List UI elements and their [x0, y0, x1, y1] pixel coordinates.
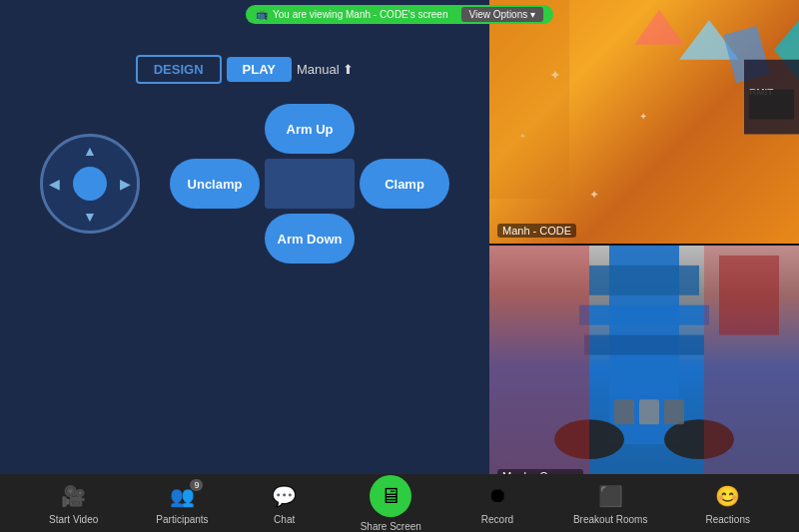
svg-marker-2 [634, 10, 684, 45]
record-icon: ⏺ [479, 482, 515, 510]
start-video-item[interactable]: 🎥 Start Video [49, 482, 98, 525]
arrow-left-icon: ◀ [49, 176, 60, 192]
arm-up-button[interactable]: Arm Up [265, 104, 355, 154]
robot-panel: DESIGN PLAY Manual ⬆ ▲ ▼ ◀ ▶ Arm Up Uncl… [0, 0, 489, 489]
control-layout: ▲ ▼ ◀ ▶ Arm Up Unclamp Clamp Arm Down [40, 104, 449, 264]
cam-top-decorations: RMIT ✦ ✦ ✦ ✦ [489, 0, 799, 244]
svg-rect-18 [614, 399, 634, 424]
svg-text:✦: ✦ [639, 111, 647, 122]
participants-badge: 9 [190, 479, 203, 491]
chat-icon: 💬 [267, 482, 303, 510]
record-label: Record [481, 514, 513, 525]
joystick-dot [73, 167, 107, 201]
reactions-icon: 😊 [710, 482, 746, 510]
banner-text: You are viewing Manh - CODE's screen [273, 9, 448, 20]
bottom-camera-view: Manh - Camera [489, 246, 799, 489]
start-video-label: Start Video [49, 514, 98, 525]
cam-bottom-decorations [489, 246, 799, 489]
svg-rect-13 [589, 266, 699, 295]
svg-rect-21 [489, 246, 589, 489]
toolbar: 🎥 Start Video 👥 9 Participants 💬 Chat 🖥 … [0, 474, 799, 532]
share-screen-item[interactable]: 🖥 Share Screen [361, 475, 421, 532]
participants-icon: 👥 9 [164, 482, 200, 510]
chat-label: Chat [274, 514, 295, 525]
clamp-button[interactable]: Clamp [360, 159, 449, 209]
svg-rect-19 [639, 399, 659, 424]
breakout-icon: ⬛ [592, 482, 628, 510]
right-camera-panel: RMIT ✦ ✦ ✦ ✦ Manh - CODE [489, 0, 799, 489]
view-options-button[interactable]: View Options ▾ [461, 7, 544, 22]
svg-rect-20 [664, 399, 684, 424]
participants-label: Participants [156, 514, 208, 525]
top-camera-view: RMIT ✦ ✦ ✦ ✦ Manh - CODE [489, 0, 799, 244]
screen-share-banner: 📺 You are viewing Manh - CODE's screen V… [246, 5, 553, 24]
unclamp-button[interactable]: Unclamp [170, 159, 260, 209]
arm-down-button[interactable]: Arm Down [265, 214, 355, 264]
chat-item[interactable]: 💬 Chat [267, 482, 303, 525]
breakout-label: Breakout Rooms [573, 514, 647, 525]
svg-rect-23 [719, 256, 779, 335]
svg-rect-6 [749, 90, 794, 120]
reactions-label: Reactions [705, 514, 749, 525]
share-screen-icon: 🖥 [370, 475, 411, 517]
svg-text:✦: ✦ [589, 188, 599, 202]
svg-rect-14 [579, 305, 709, 325]
play-tab[interactable]: PLAY [227, 57, 292, 82]
reactions-item[interactable]: 😊 Reactions [705, 482, 749, 525]
bottom-camera-svg [489, 246, 799, 489]
arrow-down-icon: ▼ [83, 209, 97, 225]
record-item[interactable]: ⏺ Record [479, 482, 515, 525]
manual-tab[interactable]: Manual ⬆ [297, 62, 354, 77]
svg-rect-11 [489, 0, 569, 199]
participants-item[interactable]: 👥 9 Participants [156, 482, 208, 525]
panel-tabs: DESIGN PLAY Manual ⬆ [136, 55, 355, 84]
breakout-rooms-item[interactable]: ⬛ Breakout Rooms [573, 482, 647, 525]
screen-share-area: ● ■ ○ ▣ DESIGN PLAY Manual ⬆ ▲ ▼ ◀ ▶ [0, 0, 489, 489]
svg-rect-15 [584, 335, 704, 355]
joystick[interactable]: ▲ ▼ ◀ ▶ [40, 134, 140, 234]
dpad: Arm Up Unclamp Clamp Arm Down [170, 104, 449, 264]
design-tab[interactable]: DESIGN [136, 55, 222, 84]
arrow-up-icon: ▲ [83, 143, 97, 159]
dpad-center [265, 159, 355, 209]
main-area: Recording 📺 You are viewing Manh - CODE'… [0, 0, 799, 489]
arrow-right-icon: ▶ [120, 176, 131, 192]
top-camera-svg: RMIT ✦ ✦ ✦ ✦ [489, 0, 799, 244]
top-camera-label: Manh - CODE [497, 224, 576, 238]
video-icon: 🎥 [56, 482, 92, 510]
share-screen-label: Share Screen [361, 521, 421, 532]
